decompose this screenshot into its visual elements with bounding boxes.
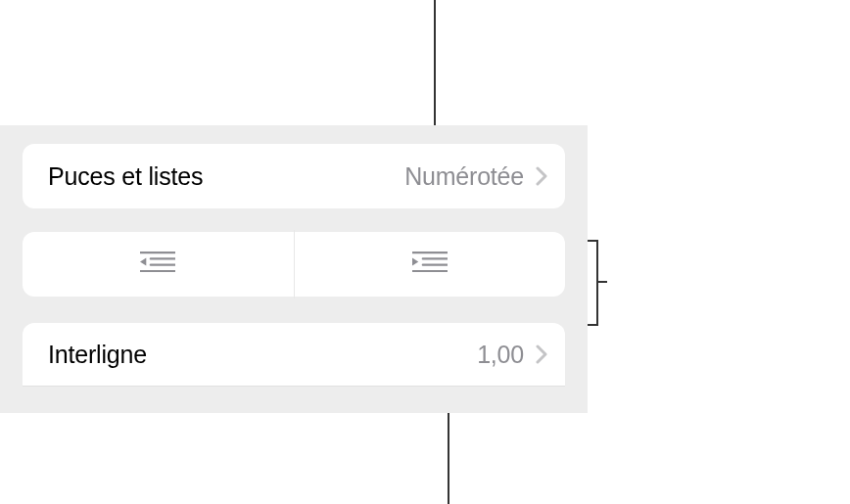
increase-indent-button[interactable] <box>295 230 566 298</box>
chevron-right-icon <box>536 344 547 364</box>
line-spacing-value: 1,00 <box>477 341 524 369</box>
increase-indent-icon <box>412 249 448 280</box>
line-spacing-label: Interligne <box>48 341 477 369</box>
bullets-lists-value: Numérotée <box>404 162 524 191</box>
line-spacing-row[interactable]: Interligne 1,00 <box>23 323 565 387</box>
bullets-lists-row[interactable]: Puces et listes Numérotée <box>23 144 565 208</box>
decrease-indent-icon <box>140 249 175 280</box>
bullets-lists-label: Puces et listes <box>48 162 404 191</box>
callout-bracket-right <box>588 240 609 326</box>
decrease-indent-button[interactable] <box>23 230 295 298</box>
formatting-panel: Puces et listes Numérotée <box>0 125 588 413</box>
indent-controls-row <box>23 232 565 297</box>
chevron-right-icon <box>536 166 547 186</box>
